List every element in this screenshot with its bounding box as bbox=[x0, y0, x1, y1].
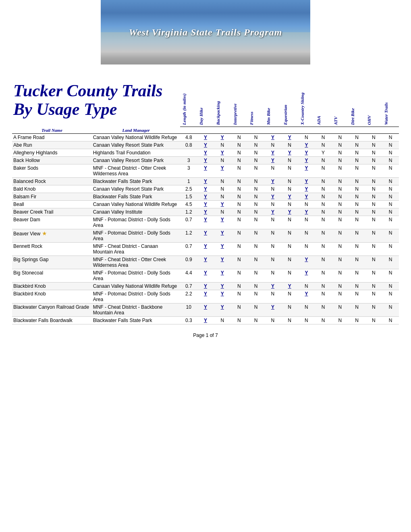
table-row: Bald KnobCanaan Valley Resort State Park… bbox=[12, 185, 399, 193]
trail-name-cell: Beaver Dam bbox=[12, 216, 92, 229]
th-fit-spacer bbox=[247, 127, 264, 134]
table-row: Blackbird KnobCanaan Valley National Wil… bbox=[12, 282, 399, 290]
table-row: BeallCanaan Valley National Wildlife Ref… bbox=[12, 200, 399, 208]
col-header-interpretive: Interpretive bbox=[231, 73, 248, 127]
star-icon: ★ bbox=[40, 230, 47, 237]
table-row: Beaver Creek TrailCanaan Valley Institut… bbox=[12, 208, 399, 216]
trail-name-cell: Back Hollow bbox=[12, 156, 92, 164]
col-header-equestrian: Equestrian bbox=[281, 73, 298, 127]
land-manager-cell: MNF - Potomac District - Dolly Sods Area bbox=[92, 290, 181, 303]
land-manager-cell: Highlands Trail Foundation bbox=[92, 149, 181, 156]
page-title: Tucker County Trails By Usage Type bbox=[13, 81, 179, 118]
table-row: Beaver View ★MNF - Potomac District - Do… bbox=[12, 229, 399, 242]
length-cell: 4.5 bbox=[180, 200, 197, 208]
trail-name-cell: A Frame Road bbox=[12, 133, 92, 141]
length-cell: 10 bbox=[180, 303, 197, 316]
table-row: Beaver DamMNF - Potomac District - Dolly… bbox=[12, 216, 399, 229]
length-cell: 2.2 bbox=[180, 290, 197, 303]
th-dh-spacer bbox=[197, 127, 214, 134]
length-cell: 1.2 bbox=[180, 208, 197, 216]
col-header-ohv: OHV bbox=[365, 73, 382, 127]
th-length-spacer bbox=[180, 127, 197, 134]
th-xc-spacer bbox=[298, 127, 315, 134]
table-row: Allegheny HighlandsHighlands Trail Found… bbox=[12, 149, 399, 156]
table-row: Bennett RockMNF - Cheat District - Canaa… bbox=[12, 242, 399, 256]
land-manager-cell: Canaan Valley Resort State Park bbox=[92, 141, 181, 149]
table-row: Big StonecoalMNF - Potomac District - Do… bbox=[12, 269, 399, 282]
land-manager-cell: MNF - Cheat District - Backbone Mountain… bbox=[92, 303, 181, 316]
land-manager-cell: MNF - Cheat District - Otter Creek Wilde… bbox=[92, 256, 181, 269]
land-manager-cell: Canaan Valley National Wildlife Refuge bbox=[92, 133, 181, 141]
land-manager-cell: MNF - Potomac District - Dolly Sods Area bbox=[92, 269, 181, 282]
table-row: Blackbird KnobMNF - Potomac District - D… bbox=[12, 290, 399, 303]
land-manager-cell: Blackwater Falls State Park bbox=[92, 177, 181, 185]
length-cell: 3 bbox=[180, 156, 197, 164]
main-content: Tucker County Trails By Usage Type Lengt… bbox=[0, 64, 411, 346]
land-manager-cell: Canaan Valley National Wildlife Refuge bbox=[92, 200, 181, 208]
col-header-atv: ATV bbox=[332, 73, 349, 127]
trail-name-cell: Allegheny Highlands bbox=[12, 149, 92, 156]
col-header-water: Water Trails bbox=[382, 73, 399, 127]
trail-name-cell: Balanced Rock bbox=[12, 177, 92, 185]
th-ohv-spacer bbox=[365, 127, 382, 134]
trail-name-cell: Blackwater Falls Boardwalk bbox=[12, 316, 92, 324]
page-number: Page 1 of 7 bbox=[12, 332, 399, 338]
land-manager-cell: MNF - Potomac District - Dolly Sods Area bbox=[92, 216, 181, 229]
th-land-manager: Land Manager bbox=[92, 127, 181, 134]
header-image: West Virginia State Trails Program bbox=[101, 0, 310, 64]
table-row: Balsam FirBlackwater Falls State Park1.5… bbox=[12, 193, 399, 200]
col-header-dirt-bike: Dirt Bike bbox=[349, 73, 365, 127]
header-section: West Virginia State Trails Program bbox=[0, 0, 411, 64]
land-manager-cell: Canaan Valley Institute bbox=[92, 208, 181, 216]
land-manager-cell: Canaan Valley National Wildlife Refuge bbox=[92, 282, 181, 290]
trail-name-cell: Blackbird Knob bbox=[12, 282, 92, 290]
th-bp-spacer bbox=[214, 127, 231, 134]
table-row: Back HollowCanaan Valley Resort State Pa… bbox=[12, 156, 399, 164]
trail-name-cell: Bald Knob bbox=[12, 185, 92, 193]
table-row: Abe RunCanaan Valley Resort State Park0.… bbox=[12, 141, 399, 149]
col-header-mtn-bike: Mtn Bike bbox=[264, 73, 281, 127]
trail-name-cell: Big Stonecoal bbox=[12, 269, 92, 282]
length-cell: 4.4 bbox=[180, 269, 197, 282]
land-manager-cell: Canaan Valley Resort State Park bbox=[92, 156, 181, 164]
length-cell: 2.5 bbox=[180, 185, 197, 193]
trail-name-cell: Bennett Rock bbox=[12, 242, 92, 256]
length-cell: 0.3 bbox=[180, 316, 197, 324]
table-row: A Frame RoadCanaan Valley National Wildl… bbox=[12, 133, 399, 141]
land-manager-cell: Canaan Valley Resort State Park bbox=[92, 185, 181, 193]
land-manager-cell: Blackwater Falls State Park bbox=[92, 193, 181, 200]
trail-name-cell: Balsam Fir bbox=[12, 193, 92, 200]
length-cell: 4.8 bbox=[180, 133, 197, 141]
length-cell: 1 bbox=[180, 177, 197, 185]
col-header-ada: ADA bbox=[315, 73, 332, 127]
land-manager-cell: MNF - Cheat District - Canaan Mountain A… bbox=[92, 242, 181, 256]
th-wt-spacer bbox=[382, 127, 399, 134]
col-header-xcountry: X-Country Skiing bbox=[298, 73, 315, 127]
th-db-spacer bbox=[349, 127, 365, 134]
length-cell: 1.2 bbox=[180, 229, 197, 242]
table-row: Big Springs GapMNF - Cheat District - Ot… bbox=[12, 256, 399, 269]
trail-name-cell: Blackbird Knob bbox=[12, 290, 92, 303]
col-header-day-hike: Day Hike bbox=[197, 73, 214, 127]
length-cell: 0.8 bbox=[180, 141, 197, 149]
land-manager-cell: MNF - Cheat District - Otter Creek Wilde… bbox=[92, 164, 181, 177]
col-header-fitness: Fitness bbox=[247, 73, 264, 127]
th-trail-name: Trail Name bbox=[12, 127, 92, 134]
length-cell: 0.7 bbox=[180, 282, 197, 290]
th-eq-spacer bbox=[281, 127, 298, 134]
length-cell: 0.7 bbox=[180, 242, 197, 256]
land-manager-cell: MNF - Potomac District - Dolly Sods Area bbox=[92, 229, 181, 242]
table-row: Blackwater Falls BoardwalkBlackwater Fal… bbox=[12, 316, 399, 324]
trail-name-cell: Baker Sods bbox=[12, 164, 92, 177]
trail-name-cell: Abe Run bbox=[12, 141, 92, 149]
length-cell: 0.9 bbox=[180, 256, 197, 269]
th-ada-spacer bbox=[315, 127, 332, 134]
length-cell: 0.7 bbox=[180, 216, 197, 229]
trail-name-cell: Beaver Creek Trail bbox=[12, 208, 92, 216]
th-int-spacer bbox=[231, 127, 248, 134]
land-manager-cell: Blackwater Falls State Park bbox=[92, 316, 181, 324]
table-row: Baker SodsMNF - Cheat District - Otter C… bbox=[12, 164, 399, 177]
table-row: Balanced RockBlackwater Falls State Park… bbox=[12, 177, 399, 185]
th-mb-spacer bbox=[264, 127, 281, 134]
trail-name-cell: Blackwater Canyon Railroad Grade bbox=[12, 303, 92, 316]
